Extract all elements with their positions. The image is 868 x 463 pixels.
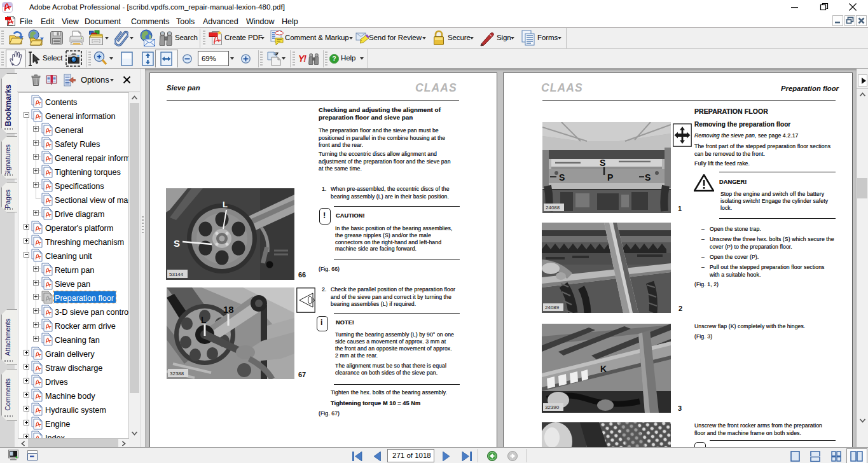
- svg-text:S: S: [559, 172, 565, 183]
- svg-text:32390: 32390: [545, 404, 560, 410]
- svg-text:?: ?: [332, 55, 336, 62]
- svg-text:53144: 53144: [169, 272, 184, 277]
- svg-text:S: S: [645, 172, 651, 183]
- svg-text:L: L: [223, 200, 228, 209]
- svg-text:L: L: [201, 315, 207, 325]
- svg-text:18: 18: [223, 304, 234, 315]
- svg-text:24088: 24088: [546, 205, 560, 211]
- svg-text:S: S: [600, 158, 605, 168]
- svg-text:P: P: [607, 172, 613, 183]
- svg-text:K: K: [600, 364, 607, 374]
- svg-text:S: S: [174, 238, 180, 249]
- svg-text:32388: 32388: [170, 371, 184, 377]
- svg-text:24089: 24089: [545, 305, 560, 310]
